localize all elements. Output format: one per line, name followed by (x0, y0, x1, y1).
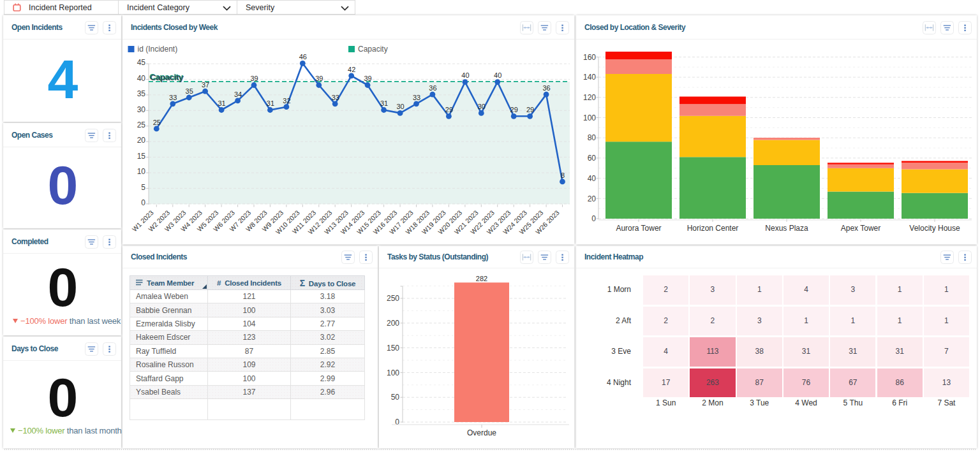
svg-text:200: 200 (387, 319, 399, 328)
svg-text:40: 40 (588, 174, 597, 183)
svg-text:32: 32 (283, 97, 290, 105)
svg-text:36: 36 (429, 84, 436, 92)
svg-text:Capacity: Capacity (150, 73, 184, 82)
svg-text:Capacity: Capacity (358, 45, 388, 54)
svg-text:30: 30 (478, 103, 486, 110)
svg-text:42: 42 (348, 66, 355, 73)
svg-text:100: 100 (583, 113, 596, 122)
svg-text:30: 30 (396, 103, 404, 110)
svg-text:46: 46 (299, 53, 307, 61)
svg-text:39: 39 (315, 75, 323, 82)
svg-text:29: 29 (510, 106, 518, 113)
svg-text:8: 8 (561, 171, 565, 179)
svg-text:39: 39 (250, 75, 258, 82)
svg-text:Nexus Plaza: Nexus Plaza (765, 224, 808, 233)
svg-text:160: 160 (583, 53, 596, 62)
svg-text:120: 120 (583, 93, 596, 102)
svg-text:25: 25 (153, 119, 161, 126)
svg-text:0: 0 (395, 418, 399, 426)
svg-text:Horizon Center: Horizon Center (687, 224, 739, 233)
svg-text:35: 35 (186, 87, 193, 95)
svg-text:100: 100 (387, 368, 399, 377)
svg-text:140: 140 (583, 73, 596, 82)
svg-text:39: 39 (364, 75, 371, 82)
svg-text:282: 282 (476, 275, 487, 282)
svg-text:45: 45 (137, 58, 146, 67)
svg-text:Velocity House: Velocity House (909, 224, 960, 233)
svg-text:37: 37 (202, 81, 209, 89)
svg-text:31: 31 (218, 99, 225, 107)
svg-text:15: 15 (137, 152, 146, 161)
svg-text:33: 33 (413, 94, 420, 101)
svg-text:29: 29 (445, 106, 453, 113)
svg-text:34: 34 (234, 91, 242, 98)
svg-text:25: 25 (137, 120, 146, 129)
svg-text:5: 5 (141, 183, 145, 192)
svg-text:33: 33 (169, 94, 177, 101)
svg-text:150: 150 (387, 344, 399, 353)
svg-text:29: 29 (526, 106, 534, 113)
svg-text:36: 36 (542, 84, 550, 92)
svg-text:80: 80 (588, 133, 597, 142)
svg-text:50: 50 (391, 393, 400, 402)
svg-text:Apex Tower: Apex Tower (841, 224, 880, 233)
svg-text:20: 20 (137, 136, 146, 145)
svg-text:id (Incident): id (Incident) (138, 45, 178, 54)
svg-text:20: 20 (588, 194, 597, 203)
svg-text:40: 40 (461, 71, 469, 79)
svg-text:40: 40 (494, 71, 501, 79)
svg-text:10: 10 (137, 167, 146, 176)
svg-text:Overdue: Overdue (467, 428, 496, 437)
svg-text:35: 35 (137, 89, 146, 98)
svg-text:33: 33 (332, 94, 339, 101)
svg-text:0: 0 (141, 198, 145, 207)
svg-text:31: 31 (380, 99, 388, 107)
svg-text:250: 250 (387, 294, 399, 303)
svg-text:Aurora Tower: Aurora Tower (616, 224, 661, 233)
svg-text:60: 60 (588, 154, 597, 163)
svg-text:31: 31 (267, 99, 274, 107)
svg-text:30: 30 (137, 105, 146, 114)
svg-text:40: 40 (137, 74, 146, 83)
svg-text:0: 0 (591, 214, 596, 223)
